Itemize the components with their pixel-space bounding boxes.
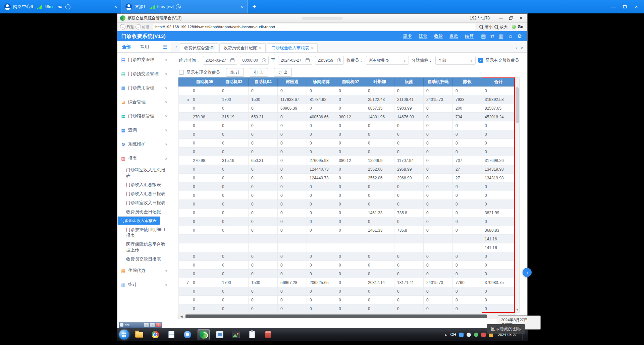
sidebar-collapse-icon[interactable]: ☰ xyxy=(163,44,171,50)
sidebar-item-stats[interactable]: ▥统计∨ xyxy=(117,278,171,292)
zoom-in-button[interactable]: 放大 xyxy=(494,24,507,30)
messenger-taskbar-icon[interactable] xyxy=(181,329,194,340)
sidebar-subitem-invoice-usage-daily[interactable]: 门诊票据使用明细日报表 xyxy=(117,225,171,240)
table-row[interactable]: 0000124440.7302552.062968.99027134319.98 xyxy=(179,165,515,174)
stat-button[interactable]: 统 计 xyxy=(226,68,244,77)
table-row[interactable]: 00000000000 xyxy=(179,270,515,278)
sidebar-subitem-income-daily-summary[interactable]: 门诊收入汇总日报表 xyxy=(117,189,171,198)
sidebar-item-reports[interactable]: ▥报表∧ xyxy=(117,151,171,165)
printer-icon[interactable]: ▥ xyxy=(499,33,503,39)
table-row[interactable]: 00000000000 xyxy=(179,261,515,270)
sidebar-item-general[interactable]: ⊞综合管理∨ xyxy=(117,95,171,109)
mini-restore-button[interactable]: ▫ xyxy=(144,323,149,327)
language-indicator[interactable]: CH xyxy=(450,332,456,337)
paint-taskbar-icon[interactable] xyxy=(214,329,226,340)
sidebar-subitem-cashier-cash-journal[interactable]: 收费员现金日记账 xyxy=(117,207,171,216)
viewer-maximize-button[interactable] xyxy=(620,2,630,11)
forward-button[interactable]: →前进 xyxy=(136,24,149,30)
sidebar-item-system[interactable]: ⚙系统维护∨ xyxy=(117,137,171,151)
time-from-input[interactable]: 00:00:00 xyxy=(240,56,269,65)
sidebar-subitem-dept-income-daily[interactable]: 门诊科室收入日报表 xyxy=(117,198,171,207)
table-row[interactable]: 00000000000 xyxy=(179,182,515,191)
drawer-handle-button[interactable]: ‹ xyxy=(523,268,532,277)
time-to-input[interactable]: 23:59:59 xyxy=(315,56,344,65)
horizontal-scrollbar[interactable]: ◀ ▶ xyxy=(178,313,515,319)
sidebar-tab-common[interactable]: 常用 xyxy=(136,44,154,50)
date-to-input[interactable]: 2024-03-27 xyxy=(278,56,312,65)
tray-icon[interactable] xyxy=(467,333,471,337)
session-tab-1[interactable]: 网络中心6 48ms HD T × xyxy=(0,0,121,13)
amount-cashier-checkbox[interactable]: ✓ xyxy=(478,58,483,63)
sidebar-subitem-insurance-upload[interactable]: 医疗保障信息平台数据上传 xyxy=(117,240,171,254)
header-menu-item[interactable]: 建卡 xyxy=(403,33,412,39)
header-menu-item[interactable]: 结算 xyxy=(465,33,474,39)
table-row[interactable]: 00000000000 xyxy=(179,130,515,139)
folder-taskbar-icon[interactable] xyxy=(133,329,145,340)
zoom-out-button[interactable]: 缩小 xyxy=(479,24,492,30)
address-bar[interactable]: http://192.168.199.128/his-mzsf/app/#/re… xyxy=(153,24,475,30)
window-close-button[interactable]: ✕ xyxy=(519,16,523,20)
mini-window[interactable]: chr... ▫ ▫ × xyxy=(119,322,162,328)
table-row[interactable]: 701700150056967.28206225.65020817.141817… xyxy=(179,278,515,287)
session-tab-2[interactable]: 罗源1 5ms HD RU × xyxy=(121,0,248,13)
table-row[interactable]: 270.98315.19650.210400536.66380.1214801.… xyxy=(179,113,515,121)
photos-taskbar-icon[interactable] xyxy=(230,329,242,340)
tab-list-dropdown-icon[interactable]: ∨ xyxy=(520,46,523,50)
start-button[interactable] xyxy=(119,330,129,340)
table-row[interactable]: 5017001500117933.6781784.92025122.432110… xyxy=(179,95,515,104)
table-row[interactable]: 00000000000 xyxy=(179,87,515,95)
close-session-icon[interactable]: × xyxy=(114,4,117,9)
vertical-scrollbar[interactable]: ▼ xyxy=(515,77,520,313)
viewer-toolbar-pill[interactable] xyxy=(302,17,343,20)
print-button[interactable]: 打 印 xyxy=(250,68,268,77)
table-row[interactable]: 00000000000 xyxy=(179,121,515,130)
new-session-button[interactable]: + xyxy=(248,3,261,11)
scroll-down-icon[interactable]: ▼ xyxy=(515,308,519,312)
mini-close-button[interactable]: × xyxy=(156,323,161,327)
viewer-close-button[interactable]: × xyxy=(631,2,641,11)
table-row[interactable]: 141.16 xyxy=(179,235,515,243)
sidebar-item-archives[interactable]: ▤门诊档案管理∨ xyxy=(117,53,171,67)
table-row[interactable]: 00000000000 xyxy=(179,148,515,156)
tray-icon[interactable] xyxy=(459,333,464,337)
notepad-taskbar-icon[interactable] xyxy=(165,329,177,340)
sidebar-subitem-cashier-payment-daily[interactable]: 收费员交款日报表 xyxy=(117,254,171,264)
tray-icon[interactable] xyxy=(474,333,478,337)
table-row[interactable]: 00000000000 xyxy=(179,191,515,200)
header-menu-item[interactable]: 收款 xyxy=(434,33,443,39)
window-minimize-button[interactable]: — xyxy=(498,16,503,20)
yilianzhong-taskbar-icon[interactable] xyxy=(198,329,210,340)
sidebar-tab-all[interactable]: 全部 xyxy=(117,44,136,50)
table-row[interactable]: 00000000000 xyxy=(179,304,515,313)
database-taskbar-icon[interactable] xyxy=(262,329,274,340)
sidebar-item-check[interactable]: ▦门诊稽核管理∨ xyxy=(117,109,171,123)
sidebar-item-fees[interactable]: ▦门诊费用管理∨ xyxy=(117,81,171,95)
sidebar-subitem-dept-income-summary[interactable]: 门诊科室收入汇总报表 xyxy=(117,165,171,180)
sidebar-subitem-cash-income-audit[interactable]: 门诊现金收入审核表 xyxy=(117,216,160,225)
table-row[interactable]: 00060966.39006857.355903.99020082587.65 xyxy=(179,104,515,113)
table-row[interactable]: 00000000000 xyxy=(179,252,515,261)
tab-scroll-left-icon[interactable]: ‹ xyxy=(172,42,180,51)
smiley-icon[interactable]: ☺ xyxy=(508,34,513,39)
viewer-minimize-button[interactable]: — xyxy=(608,2,619,11)
mini-maximize-button[interactable]: ▫ xyxy=(150,323,155,327)
cash-cashier-checkbox[interactable] xyxy=(179,70,184,75)
horizontal-scrollbar-thumb[interactable] xyxy=(185,314,487,318)
content-tab[interactable]: 门诊现金收入审核表× xyxy=(267,43,318,52)
show-hidden-icons-button[interactable]: ▲ xyxy=(444,333,447,336)
date-from-input[interactable]: 2024-03-27 xyxy=(203,56,237,65)
table-row[interactable]: 0000124440.7302552.062968.99027134319.98 xyxy=(179,174,515,182)
sidebar-item-prepay[interactable]: ▤门诊预交金管理∨ xyxy=(117,67,171,81)
go-button[interactable]: Go xyxy=(518,24,523,29)
table-row[interactable]: 00000000000 xyxy=(179,287,515,296)
close-session-icon[interactable]: × xyxy=(240,4,243,9)
table-row[interactable]: 00000000000 xyxy=(179,200,515,209)
cashier-select[interactable]: 所有收费员∨ xyxy=(366,56,409,65)
card-icon[interactable]: ▤ xyxy=(481,33,486,39)
window-restore-button[interactable] xyxy=(508,16,513,20)
table-row[interactable]: 141.16 xyxy=(179,243,515,252)
branch-select[interactable]: 全部∨ xyxy=(435,56,476,65)
sidebar-item-query[interactable]: ▦查询∨ xyxy=(117,123,171,137)
table-row[interactable]: 270.98315.19650.210276095.93380.1212249.… xyxy=(179,156,515,165)
content-tab[interactable]: 收费员综合查询 xyxy=(180,43,218,52)
